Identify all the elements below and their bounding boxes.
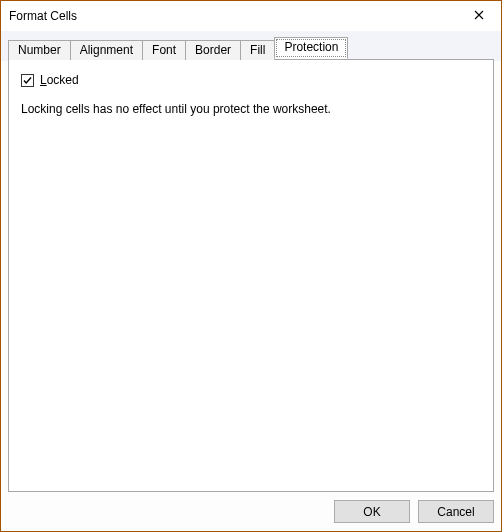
tab-fill[interactable]: Fill bbox=[240, 40, 275, 60]
client-area: Number Alignment Font Border Fill Protec… bbox=[1, 31, 501, 531]
close-icon bbox=[474, 9, 484, 23]
check-icon bbox=[22, 75, 33, 86]
tab-panel-protection: Locked Locking cells has no effect until… bbox=[8, 59, 494, 492]
cancel-button[interactable]: Cancel bbox=[418, 500, 494, 523]
format-cells-dialog: Format Cells Number Alignment Font Borde… bbox=[0, 0, 502, 532]
close-button[interactable] bbox=[457, 1, 501, 31]
tab-alignment[interactable]: Alignment bbox=[70, 40, 143, 60]
tab-number[interactable]: Number bbox=[8, 40, 71, 60]
tab-border[interactable]: Border bbox=[185, 40, 241, 60]
tab-font[interactable]: Font bbox=[142, 40, 186, 60]
tab-protection[interactable]: Protection bbox=[274, 37, 348, 59]
window-title: Format Cells bbox=[9, 9, 457, 23]
locked-label[interactable]: Locked bbox=[40, 74, 79, 87]
titlebar: Format Cells bbox=[1, 1, 501, 31]
dialog-buttons: OK Cancel bbox=[8, 492, 494, 523]
tab-strip: Number Alignment Font Border Fill Protec… bbox=[8, 37, 494, 59]
ok-button[interactable]: OK bbox=[334, 500, 410, 523]
protection-description: Locking cells has no effect until you pr… bbox=[21, 101, 481, 117]
locked-checkbox[interactable] bbox=[21, 74, 34, 87]
locked-row: Locked bbox=[21, 74, 481, 87]
